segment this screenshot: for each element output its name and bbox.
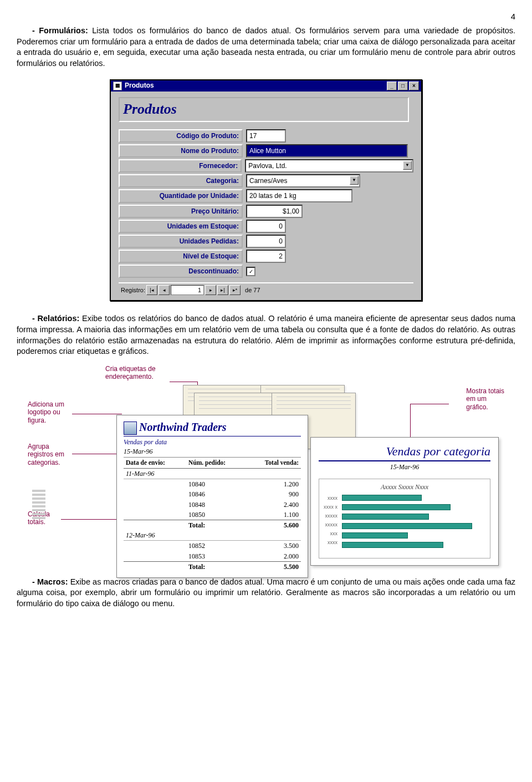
col-data: Data de envio:: [124, 458, 186, 469]
paragraph-formularios: - Formulários: Lista todos os formulário…: [17, 26, 515, 69]
form-icon: ▦: [113, 82, 122, 90]
cell: 3.500: [246, 541, 301, 551]
record-label: Registro:: [121, 286, 145, 294]
paragraph-relatorios: - Relatórios: Exibe todos os relatórios …: [17, 313, 515, 357]
cell: 2.000: [246, 551, 301, 562]
cell: 10846: [186, 489, 246, 499]
total1-value: 5.600: [246, 520, 301, 530]
callout-agrupa: Agrupa registros em categorias.: [28, 443, 64, 466]
chart-bar: [342, 542, 443, 548]
record-count: de 77: [245, 286, 260, 294]
input-pedidas[interactable]: 0: [246, 235, 286, 248]
label-pedidas: Unidades Pedidas:: [119, 235, 243, 248]
rpt1-table: Data de envio: Núm. pedido: Total venda:…: [124, 458, 301, 572]
combo-categoria[interactable]: Carnes/Aves▼: [246, 174, 360, 187]
cell: 2.400: [246, 500, 301, 510]
window-title: Produtos: [125, 81, 154, 90]
report-vendas-por-data: Northwind Traders Vendas por data 15-Mar…: [116, 415, 308, 578]
para1-body: Lista todos os formulários do banco de d…: [17, 26, 515, 68]
rpt1-topdate: 15-Mar-96: [124, 447, 301, 457]
para1-lead: - Formulários:: [32, 26, 88, 35]
input-preco[interactable]: $1,00: [246, 205, 303, 218]
input-qtd[interactable]: 20 latas de 1 kg: [246, 189, 352, 202]
form-screenshot: ▦ Produtos _ □ × Produtos Código do Prod…: [17, 79, 515, 302]
callout-etiquetas: Cria etiquetas de endereçamento.: [105, 365, 156, 381]
checkbox-descontinuado[interactable]: ✓: [246, 267, 255, 276]
para3-body: Exibe as macros criadas para o banco de …: [17, 577, 515, 608]
record-number-input[interactable]: 1: [171, 285, 204, 295]
chart-bar: [342, 504, 451, 510]
input-estoque[interactable]: 0: [246, 220, 286, 233]
callout-totais: Mostra totais em um gráfico.: [466, 387, 504, 411]
chart-y-labels: xxxx xxxx x xxxxx xxxxx xxx xxxx: [324, 494, 337, 548]
first-record-button[interactable]: |◂: [146, 285, 157, 295]
page-number: 4: [17, 11, 515, 22]
para2-lead: - Relatórios:: [32, 314, 79, 323]
cell: 10848: [186, 500, 246, 510]
label-preco: Preço Unitário:: [119, 205, 243, 218]
label-qtd: Quantidade por Unidade:: [119, 189, 243, 202]
input-nivel[interactable]: 2: [246, 250, 286, 263]
cell: 900: [246, 489, 301, 499]
window-produtos: ▦ Produtos _ □ × Produtos Código do Prod…: [110, 79, 422, 302]
minimize-button[interactable]: _: [387, 82, 397, 90]
para2-body: Exibe todos os relatórios do banco de da…: [17, 314, 515, 356]
chevron-down-icon[interactable]: ▼: [403, 161, 412, 170]
combo-fornecedor[interactable]: Pavlova, Ltd.▼: [245, 159, 413, 172]
label-nivel: Nível de Estoque:: [119, 250, 243, 263]
cell: 1.100: [246, 510, 301, 520]
total2-value: 5.500: [246, 561, 301, 572]
form-title: Produtos: [119, 97, 409, 122]
paragraph-macros: - Macros: Exibe as macros criadas para o…: [17, 577, 515, 610]
last-record-button[interactable]: ▸|: [217, 285, 228, 295]
callout-logo: Adiciona um logotipo ou figura.: [28, 400, 64, 424]
rpt2-chart: Axxxx Sxxxx Nxxx xxxx xxxx x xxxxx xxxxx…: [319, 479, 490, 558]
input-codigo[interactable]: 17: [246, 129, 286, 143]
reports-illustration: Adiciona um logotipo ou figura. Agrupa r…: [17, 365, 515, 565]
next-record-button[interactable]: ▸: [205, 285, 216, 295]
input-nome[interactable]: Alice Mutton: [246, 144, 408, 158]
cell: 10852: [186, 541, 246, 551]
group1-date: 11-Mar-96: [124, 469, 301, 479]
label-nome: Nome do Produto:: [119, 144, 243, 158]
chart-bar: [342, 532, 408, 539]
rpt1-company: Northwind Traders: [139, 421, 227, 433]
titlebar: ▦ Produtos _ □ ×: [111, 80, 421, 92]
col-num: Núm. pedido:: [186, 458, 246, 469]
form-body: Produtos Código do Produto: 17 Nome do P…: [111, 92, 421, 301]
close-button[interactable]: ×: [409, 82, 419, 90]
chevron-down-icon[interactable]: ▼: [350, 176, 359, 185]
maximize-button[interactable]: □: [398, 82, 408, 90]
chart-title: Axxxx Sxxxx Nxxx: [324, 483, 485, 491]
cell: 10853: [186, 551, 246, 562]
label-desc: Descontinuado:: [119, 265, 243, 278]
total1-label: Total:: [186, 520, 246, 530]
rpt2-title: Vendas por categoria: [319, 443, 490, 462]
label-categoria: Categoria:: [119, 174, 243, 187]
col-total: Total venda:: [246, 458, 301, 469]
record-navigator: Registro: |◂ ◂ 1 ▸ ▸| ▸* de 77: [119, 282, 413, 297]
total2-label: Total:: [186, 561, 246, 572]
cell: 10840: [186, 479, 246, 490]
ship-icon: [124, 422, 137, 435]
label-fornecedor: Fornecedor:: [119, 159, 242, 172]
new-record-button[interactable]: ▸*: [229, 285, 241, 295]
rpt2-date: 15-Mar-96: [319, 463, 490, 471]
chart-bar: [342, 523, 472, 529]
sidebar-bars-icon: [32, 488, 45, 521]
chart-bars: [342, 494, 485, 548]
cell: 10850: [186, 510, 246, 520]
report-vendas-por-categoria: Vendas por categoria 15-Mar-96 Axxxx Sxx…: [310, 437, 499, 566]
rpt1-subtitle: Vendas por data: [124, 438, 301, 446]
label-codigo: Código do Produto:: [119, 129, 243, 143]
para3-lead: - Macros:: [32, 577, 68, 586]
prev-record-button[interactable]: ◂: [158, 285, 170, 295]
chart-bar: [342, 495, 422, 501]
label-estoque: Unidades em Estoque:: [119, 220, 243, 233]
chart-bar: [342, 514, 429, 520]
group2-date: 12-Mar-96: [124, 530, 301, 541]
cell: 1.200: [246, 479, 301, 490]
